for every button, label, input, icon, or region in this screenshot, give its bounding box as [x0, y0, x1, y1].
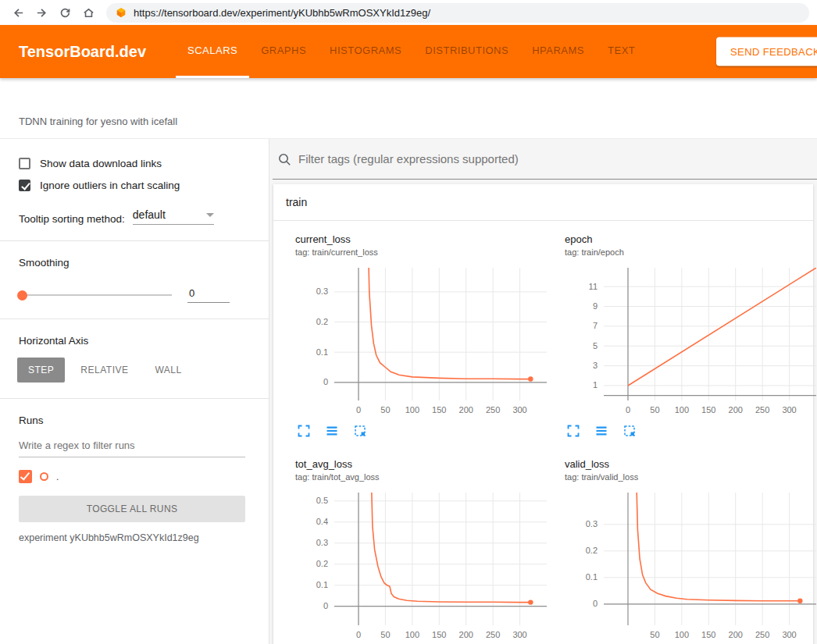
tab-graphs[interactable]: GRAPHS [249, 25, 318, 78]
svg-text:9: 9 [593, 301, 598, 311]
home-icon[interactable] [78, 2, 98, 23]
tab-hparams[interactable]: HPARAMS [520, 25, 596, 78]
line-chart[interactable]: 00.10.20.350100150200250300 [565, 489, 817, 644]
divider [0, 398, 269, 399]
experiment-id-caption: experiment yKUbhb5wRmOSXYkId1z9eg [19, 532, 245, 543]
horizontal-axis-label: Horizontal Axis [19, 335, 245, 347]
svg-text:100: 100 [675, 405, 689, 415]
fit-domain-icon[interactable] [623, 424, 637, 438]
browser-toolbar: https://tensorboard.dev/experiment/yKUbh… [0, 0, 817, 25]
line-chart[interactable]: 00.10.20.30.40.5050100150200250300 [295, 489, 551, 644]
expand-chart-icon[interactable] [566, 424, 580, 438]
run-checkbox-checked-icon[interactable] [19, 470, 32, 483]
send-feedback-button[interactable]: SEND FEEDBACK [716, 37, 817, 66]
line-chart[interactable]: 00.10.20.3050100150200250300 [295, 265, 551, 419]
axis-relative-button[interactable]: RELATIVE [70, 358, 139, 382]
tooltip-sorting-row: Tooltip sorting method: default [19, 208, 245, 225]
forward-icon[interactable] [31, 2, 52, 23]
svg-text:100: 100 [405, 405, 419, 415]
tab-distributions[interactable]: DISTRIBUTIONS [413, 25, 520, 78]
tensorboard-logo-icon [116, 7, 127, 18]
checkbox-label: Show data download links [40, 158, 162, 169]
runs-filter-input[interactable] [19, 434, 245, 457]
back-icon[interactable] [8, 2, 28, 23]
smoothing-slider[interactable] [19, 294, 172, 296]
svg-text:0.4: 0.4 [316, 517, 328, 526]
svg-text:150: 150 [432, 405, 446, 415]
toggle-all-runs-button[interactable]: TOGGLE ALL RUNS [19, 496, 245, 522]
svg-text:0.3: 0.3 [316, 538, 328, 547]
svg-text:100: 100 [405, 630, 419, 639]
chart-card-valid-loss: valid_loss tag: train/valid_loss 00.10.2… [555, 458, 817, 644]
tab-histograms[interactable]: HISTOGRAMS [318, 25, 413, 78]
svg-text:0.3: 0.3 [316, 286, 328, 296]
svg-text:200: 200 [459, 405, 473, 415]
tooltip-sorting-dropdown[interactable]: default [133, 208, 214, 225]
chart-title: tot_avg_loss [295, 458, 551, 470]
chart-title: valid_loss [565, 458, 817, 470]
dropdown-selected-value: default [133, 208, 166, 221]
chart-tag: tag: train/current_loss [295, 247, 551, 257]
svg-text:5: 5 [593, 341, 598, 350]
svg-text:1: 1 [593, 380, 598, 390]
chart-tag: tag: train/tot_avg_loss [295, 472, 551, 482]
svg-text:200: 200 [459, 630, 473, 639]
svg-text:300: 300 [512, 630, 526, 639]
divider [0, 240, 269, 241]
show-download-links-toggle[interactable]: Show data download links [19, 158, 245, 169]
chart-grid: current_loss tag: train/current_loss 00.… [273, 221, 813, 644]
tooltip-sorting-label: Tooltip sorting method: [19, 213, 125, 225]
fit-domain-icon[interactable] [353, 424, 367, 438]
svg-text:0.3: 0.3 [586, 519, 598, 528]
tab-text[interactable]: TEXT [596, 25, 647, 78]
svg-text:50: 50 [380, 630, 390, 639]
experiment-title: TDNN training for yesno with icefall [19, 116, 177, 127]
brand-title: TensorBoard.dev [0, 25, 176, 78]
tag-group-title[interactable]: train [273, 184, 813, 221]
reload-icon[interactable] [55, 2, 75, 23]
svg-text:0.5: 0.5 [316, 496, 328, 505]
svg-text:150: 150 [701, 630, 715, 639]
svg-text:0: 0 [323, 377, 328, 386]
divider [0, 318, 269, 319]
tag-filter-input[interactable] [298, 152, 812, 165]
svg-text:200: 200 [729, 405, 743, 415]
svg-text:0.2: 0.2 [586, 546, 598, 555]
svg-text:0.1: 0.1 [586, 572, 598, 582]
svg-text:250: 250 [486, 630, 500, 639]
checkbox-unchecked-icon[interactable] [19, 158, 30, 169]
tab-scalars[interactable]: SCALARS [176, 25, 249, 78]
expand-chart-icon[interactable] [297, 424, 311, 438]
axis-wall-button[interactable]: WALL [144, 358, 192, 382]
url-text[interactable]: https://tensorboard.dev/experiment/yKUbh… [134, 7, 430, 19]
chart-toolbar [295, 424, 551, 438]
runs-label: Runs [19, 415, 245, 426]
run-name: . [56, 471, 59, 482]
chart-card-tot-avg-loss: tot_avg_loss tag: train/tot_avg_loss 00.… [286, 458, 551, 644]
svg-text:0.1: 0.1 [316, 580, 328, 589]
axis-step-button[interactable]: STEP [17, 358, 65, 382]
slider-thumb[interactable] [17, 290, 27, 301]
search-icon [277, 152, 291, 166]
smoothing-value-input[interactable]: 0 [187, 287, 230, 303]
ignore-outliers-toggle[interactable]: Ignore outliers in chart scaling [19, 180, 245, 191]
svg-text:150: 150 [701, 405, 715, 415]
toggle-y-axis-icon[interactable] [325, 424, 339, 438]
chart-title: current_loss [295, 233, 551, 245]
line-chart[interactable]: 1357911050100150200250300 [565, 265, 817, 419]
svg-text:250: 250 [755, 405, 769, 415]
svg-text:50: 50 [650, 630, 659, 639]
checkbox-checked-icon[interactable] [19, 180, 30, 191]
run-list-item[interactable]: . [19, 470, 245, 483]
svg-text:50: 50 [380, 405, 390, 415]
svg-text:0: 0 [626, 405, 630, 415]
svg-text:300: 300 [782, 405, 796, 415]
svg-text:11: 11 [589, 282, 598, 291]
svg-text:0: 0 [356, 630, 361, 639]
svg-text:0: 0 [356, 405, 361, 415]
address-bar[interactable]: https://tensorboard.dev/experiment/yKUbh… [106, 3, 809, 23]
svg-text:250: 250 [755, 630, 769, 639]
svg-text:300: 300 [512, 405, 526, 415]
toggle-y-axis-icon[interactable] [594, 424, 608, 438]
svg-text:3: 3 [593, 361, 598, 370]
